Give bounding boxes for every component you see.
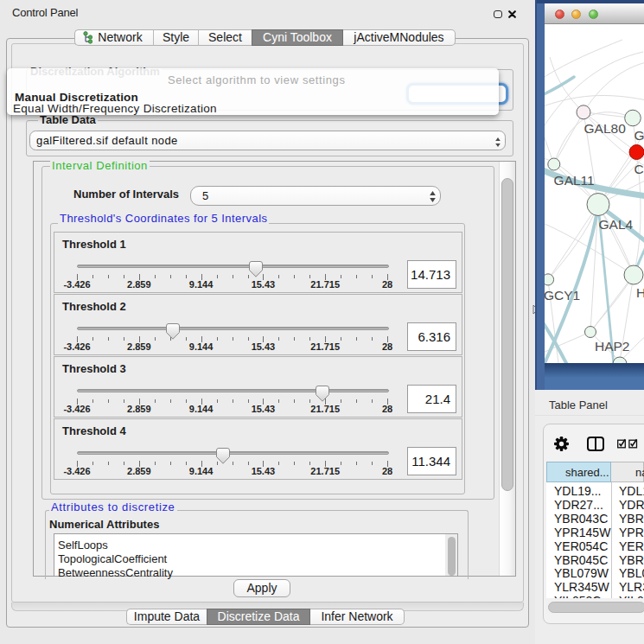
svg-text:HAP2: HAP2	[595, 339, 630, 354]
svg-text:H: H	[636, 285, 644, 300]
svg-text:GAL80: GAL80	[584, 121, 627, 136]
svg-text:GAL11: GAL11	[554, 173, 595, 188]
svg-text:GA: GA	[634, 128, 644, 143]
svg-text:GAL4: GAL4	[599, 217, 634, 232]
svg-text:C: C	[634, 162, 644, 176]
svg-text:GCY1: GCY1	[545, 288, 580, 303]
